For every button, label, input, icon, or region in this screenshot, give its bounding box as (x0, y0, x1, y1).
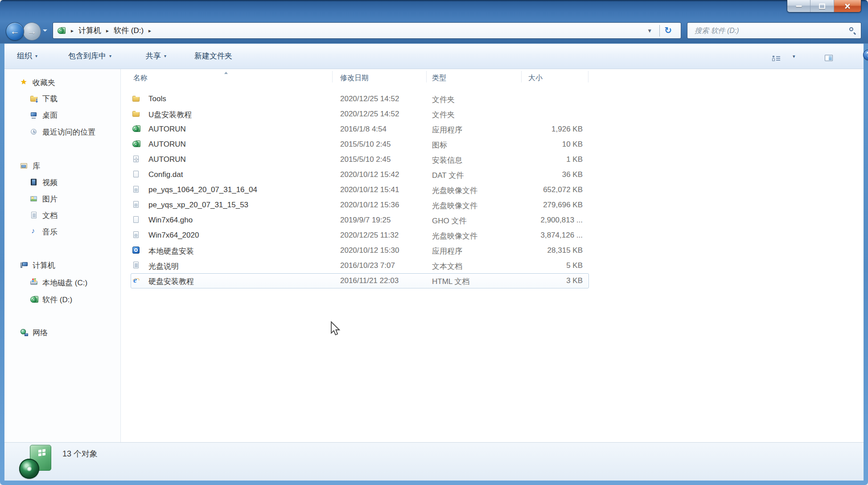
file-row[interactable]: AUTORUN2015/5/10 2:45图标10 KB (121, 137, 864, 152)
file-list-pane: 名称 修改日期 类型 大小 Tools2020/12/25 14:52文件夹U盘… (120, 69, 864, 442)
software-drive-icon (30, 296, 38, 303)
include-in-library-button[interactable]: 包含到库中▾ (68, 44, 111, 69)
file-row[interactable]: Tools2020/12/25 14:52文件夹 (121, 91, 864, 107)
sidebar-item-desktop[interactable]: 桌面 (30, 108, 58, 122)
command-bar: 组织▾包含到库中▾共享▾新建文件夹 ▾ (4, 44, 864, 69)
ie-html-icon (132, 277, 140, 284)
recent-pages-chevron-icon[interactable] (43, 29, 47, 34)
dat-file-icon (132, 171, 140, 178)
recent-places-icon (30, 128, 38, 136)
desktop-icon (30, 111, 38, 119)
sidebar-item-music[interactable]: 音乐 (30, 225, 58, 238)
file-type: 应用程序 (432, 125, 462, 135)
file-name: Win7x64_2020 (148, 231, 199, 240)
folder-icon (132, 95, 140, 102)
file-size: 5 KB (491, 261, 583, 270)
local-disk-icon (30, 279, 38, 286)
minimize-button[interactable] (787, 0, 810, 12)
views-icon[interactable] (772, 54, 782, 62)
column-divider[interactable] (426, 71, 427, 82)
file-size: 3 KB (491, 276, 583, 285)
file-date: 2020/10/12 15:42 (340, 170, 399, 179)
column-header-date[interactable]: 修改日期 (340, 74, 369, 83)
chevron-down-icon: ▾ (35, 53, 37, 58)
file-type: 文件夹 (432, 110, 455, 120)
sidebar-item-downloads[interactable]: 下载 (30, 92, 58, 105)
file-date: 2015/5/10 2:45 (340, 140, 391, 149)
share-button[interactable]: 共享▾ (146, 44, 166, 69)
file-type: 应用程序 (432, 246, 462, 256)
preview-pane-icon[interactable] (824, 54, 834, 62)
file-row[interactable]: pe_yqs_xp_20_07_31_15_532020/10/12 15:36… (121, 197, 864, 213)
sidebar-item-software-d[interactable]: 软件 (D:) (30, 293, 72, 306)
forward-button[interactable]: → (23, 22, 41, 41)
sidebar-item-label: 视频 (42, 177, 58, 188)
column-header-size[interactable]: 大小 (528, 74, 543, 83)
column-header-type[interactable]: 类型 (432, 74, 446, 83)
disc-image-icon (132, 231, 140, 238)
downloads-folder-icon (30, 95, 38, 102)
libraries-icon (21, 162, 28, 169)
hdd-install-app-icon (132, 247, 140, 254)
file-type: 图标 (432, 140, 447, 150)
column-divider[interactable] (588, 71, 588, 82)
search-input[interactable] (694, 26, 848, 35)
new-folder-button[interactable]: 新建文件夹 (194, 44, 232, 69)
file-row[interactable]: 本地硬盘安装2020/10/12 15:30应用程序28,315 KB (121, 243, 864, 258)
back-button[interactable]: ← (6, 22, 24, 41)
help-icon[interactable] (863, 49, 868, 61)
sidebar-item-documents[interactable]: 文档 (30, 209, 58, 222)
refresh-button[interactable]: ↻ (660, 23, 676, 38)
search-icon (848, 26, 857, 35)
file-row[interactable]: Win7x64_20202020/12/25 11:32光盘映像文件3,874,… (121, 228, 864, 243)
file-row[interactable]: AUTORUN2015/5/10 2:45安装信息1 KB (121, 152, 864, 167)
breadcrumb-separator-icon: ▸ (71, 28, 74, 34)
sidebar-item-label: 本地磁盘 (C:) (42, 278, 87, 288)
sidebar-item-label: 网络 (33, 328, 48, 338)
sidebar-item-computer[interactable]: 计算机 (21, 259, 55, 272)
address-dropdown-button[interactable]: ▼ (647, 28, 654, 34)
breadcrumb-separator-icon: ▸ (106, 28, 109, 34)
sidebar-item-favorites[interactable]: 收藏夹 (21, 76, 55, 89)
file-row[interactable]: Config.dat2020/10/12 15:42DAT 文件36 KB (121, 167, 864, 182)
file-row[interactable]: AUTORUN2016/1/8 4:54应用程序1,926 KB (121, 122, 864, 137)
file-type: 光盘映像文件 (432, 231, 477, 241)
autorun-icon-file-icon (132, 140, 140, 148)
column-divider[interactable] (332, 71, 333, 82)
file-date: 2020/10/12 15:36 (340, 201, 399, 210)
sidebar-item-pictures[interactable]: 图片 (30, 192, 58, 206)
file-size: 28,315 KB (491, 246, 583, 255)
star-icon (21, 79, 28, 86)
file-name: 本地硬盘安装 (148, 246, 194, 256)
views-dropdown-button[interactable]: ▾ (793, 44, 795, 69)
sidebar-item-local-disk-c[interactable]: 本地磁盘 (C:) (30, 276, 87, 289)
file-row[interactable]: 光盘说明2016/10/23 7:07文本文档5 KB (121, 258, 864, 273)
maximize-button[interactable] (810, 0, 834, 12)
item-count-label: 13 个对象 (62, 448, 98, 459)
file-row[interactable]: 硬盘安装教程2016/11/21 22:03HTML 文档3 KB (121, 273, 864, 288)
breadcrumb-item-computer[interactable]: 计算机 (78, 25, 101, 36)
column-header-name[interactable]: 名称 (133, 74, 148, 83)
drive-installer-icon (19, 445, 53, 479)
file-date: 2020/12/25 11:32 (340, 231, 399, 240)
sidebar-item-libraries[interactable]: 库 (21, 159, 40, 173)
close-button[interactable] (834, 0, 861, 12)
pictures-icon (30, 195, 38, 202)
sidebar-item-videos[interactable]: 视频 (30, 176, 58, 189)
chevron-down-icon: ▾ (164, 53, 166, 58)
folder-icon (132, 110, 140, 117)
documents-icon (30, 212, 38, 219)
organize-button[interactable]: 组织▾ (17, 44, 37, 69)
file-row[interactable]: Win7x64.gho2019/9/7 19:25GHO 文件2,900,813… (121, 213, 864, 228)
column-divider[interactable] (521, 71, 522, 82)
file-name: Config.dat (148, 170, 183, 179)
network-icon (21, 329, 28, 336)
breadcrumb-separator-icon: ▸ (148, 28, 151, 34)
file-row[interactable]: U盘安装教程2020/12/25 14:52文件夹 (121, 107, 864, 122)
file-row[interactable]: pe_yqs_1064_20_07_31_16_042020/10/12 15:… (121, 182, 864, 197)
sidebar-item-recent-places[interactable]: 最近访问的位置 (30, 125, 95, 139)
sidebar-item-network[interactable]: 网络 (21, 326, 48, 339)
sidebar-item-label: 桌面 (42, 110, 58, 120)
address-bar[interactable]: ▸ 计算机 ▸ 软件 (D:) ▸ ▼ ↻ (53, 22, 681, 39)
breadcrumb-item-software-d[interactable]: 软件 (D:) (114, 25, 144, 36)
